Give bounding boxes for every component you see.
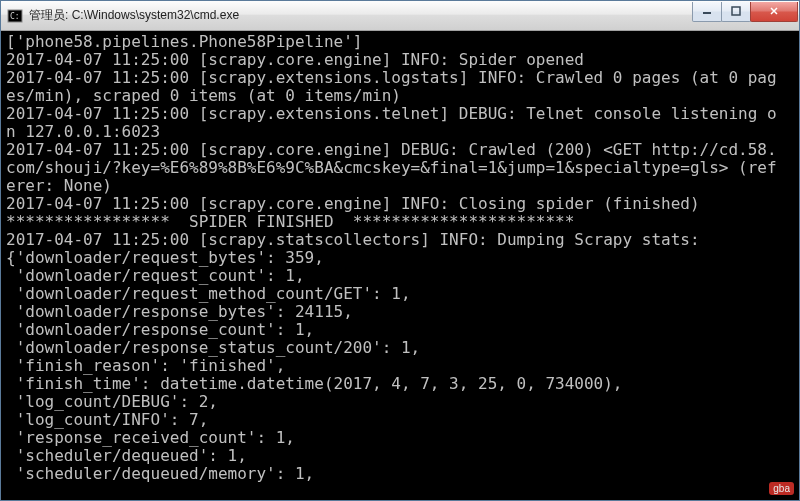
window-title: 管理员: C:\Windows\system32\cmd.exe: [29, 7, 693, 24]
watermark-badge: gba: [769, 482, 794, 495]
titlebar[interactable]: C: 管理员: C:\Windows\system32\cmd.exe: [1, 1, 799, 31]
cmd-window: C: 管理员: C:\Windows\system32\cmd.exe ['ph…: [0, 0, 800, 501]
svg-text:C:: C:: [10, 12, 20, 21]
minimize-button[interactable]: [692, 2, 722, 22]
app-icon: C:: [7, 8, 23, 24]
close-button[interactable]: [750, 2, 798, 22]
window-controls: [693, 2, 798, 22]
maximize-button[interactable]: [721, 2, 751, 22]
svg-rect-2: [703, 12, 711, 14]
svg-rect-3: [732, 7, 740, 15]
terminal-output[interactable]: ['phone58.pipelines.Phone58Pipeline'] 20…: [1, 31, 799, 500]
